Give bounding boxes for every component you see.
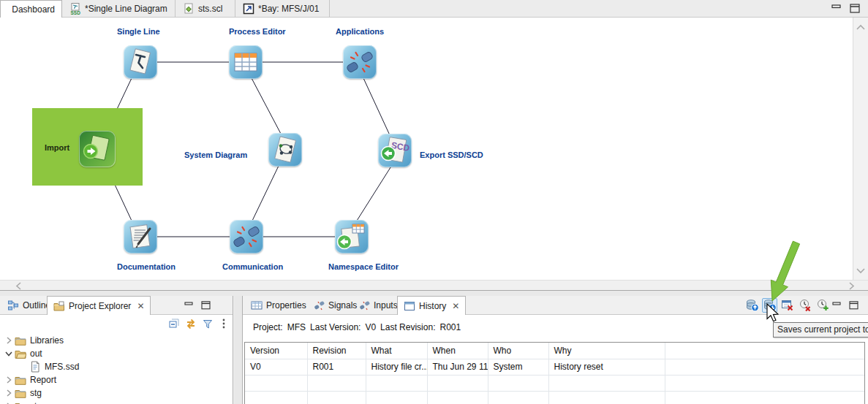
col-revision[interactable]: Revision [307,343,366,359]
node-import[interactable] [79,131,116,167]
node-export-label: Export SSD/SCD [420,150,483,159]
inputs-plug-icon [358,300,370,311]
report-delete-button[interactable] [780,298,795,313]
col-who[interactable]: Who [488,343,548,359]
close-project-explorer-icon[interactable]: ✕ [137,301,144,311]
maximize-right-panel-button[interactable] [849,301,859,310]
applications-plug-icon [343,45,377,79]
bottom-panels: Outline Project Explorer ✕ Libraries [0,296,868,404]
history-add-button[interactable] [815,298,830,313]
svg-text:SSD: SSD [71,10,81,15]
import-icon [79,131,116,167]
col-what[interactable]: What [366,343,427,359]
node-single-line-label: Single Line [117,27,160,36]
editor-vertical-scrollbar[interactable] [853,18,868,280]
tab-sts-scl[interactable]: sts.scl [176,0,235,18]
history-row[interactable]: V0 R001 History file cr... Thu Jun 29 11… [245,359,864,375]
cell-why: History reset [548,359,665,375]
left-panel-tabbar: Outline Project Explorer ✕ [0,296,233,315]
node-namespace-editor[interactable] [335,220,369,254]
filter-icon[interactable] [202,318,214,329]
minimize-editor-button[interactable] [831,3,842,15]
scl-file-icon [183,3,195,15]
link-with-editor-icon[interactable] [185,318,197,329]
node-communication-label: Communication [222,262,283,271]
scroll-up-icon[interactable] [853,22,868,34]
expand-collapsed-icon[interactable] [3,387,15,399]
tree-item-sts[interactable]: sts [0,400,233,404]
signals-plug-icon [313,300,325,311]
tree-item-report[interactable]: Report [0,373,233,386]
outline-icon [7,300,19,311]
maximize-left-panel-button[interactable] [201,301,211,310]
tab-project-explorer[interactable]: Project Explorer ✕ [47,296,151,315]
tab-project-explorer-label: Project Explorer [69,301,131,311]
editor-horizontal-scrollbar[interactable] [0,280,868,290]
tab-bay-mfs-label: *Bay: MFS/J/01 [258,4,319,14]
node-export[interactable]: SCD [378,134,412,167]
history-icon [404,300,415,312]
expand-expanded-icon[interactable] [3,348,15,359]
cell-version: V0 [245,359,307,375]
dashboard-icon [7,4,8,15]
tab-sts-scl-label: sts.scl [198,4,222,14]
tree-item-libraries[interactable]: Libraries [0,334,233,347]
col-version[interactable]: Version [245,343,307,359]
cell-who: System [488,359,548,375]
close-history-icon[interactable]: ✕ [452,301,459,311]
tab-single-line-diagram[interactable]: SSD *Single Line Diagram [63,0,176,18]
tree-item-stg[interactable]: stg [0,386,233,400]
minimize-left-panel-button[interactable] [184,301,195,310]
explorer-toolbar [0,315,233,332]
tab-inputs[interactable]: Inputs [352,296,404,315]
communication-plug-icon [230,220,263,254]
last-revision-label: Last Revision: [380,322,435,332]
history-clear-button[interactable] [797,298,812,313]
dashboard-canvas: Import Single Line Process Editor Applic… [0,18,853,280]
expand-collapsed-icon[interactable] [3,374,15,386]
collapse-all-icon[interactable] [168,318,180,329]
last-version-label: Last Version: [310,322,361,332]
single-line-icon [124,45,157,79]
minimize-right-panel-button[interactable] [832,301,842,310]
vertical-sash[interactable] [234,296,242,404]
folder-icon [15,335,26,346]
bay-editor-icon [243,3,254,15]
node-system-diagram[interactable] [268,133,302,167]
tree-item-out[interactable]: out [0,347,233,360]
database-upload-icon [746,299,759,312]
tab-history[interactable]: History ✕ [397,296,466,315]
node-applications[interactable] [343,45,377,79]
application-window: { "editor_tabs": [ { "label": "Dashboard… [0,0,868,404]
node-single-line[interactable] [124,45,157,79]
col-why[interactable]: Why [548,343,665,359]
tab-bay-mfs[interactable]: *Bay: MFS/J/01 [236,0,330,18]
tree-item-mfs-ssd[interactable]: MFS.ssd [0,360,233,373]
node-communication[interactable] [230,220,263,254]
history-clear-icon [799,299,812,312]
node-documentation-label: Documentation [117,262,176,271]
expand-collapsed-icon[interactable] [3,335,15,346]
maximize-editor-button[interactable] [849,3,861,15]
project-explorer-icon [53,300,65,312]
tab-properties[interactable]: Properties [245,296,312,315]
tree-item-label: Report [30,375,56,385]
history-add-icon [816,299,829,312]
node-import-label: Import [45,143,69,152]
col-when[interactable]: When [427,343,488,359]
node-namespace-editor-label: Namespace Editor [328,262,399,271]
tree-item-label: sts [30,401,41,404]
expand-collapsed-icon[interactable] [3,400,15,404]
tab-dashboard[interactable]: Dashboard [0,0,62,18]
cell-what: History file cr... [366,359,427,375]
view-menu-icon[interactable] [218,318,230,329]
node-process-editor[interactable] [229,45,263,79]
scroll-down-icon[interactable] [853,264,868,276]
save-project-button[interactable] [762,298,777,313]
history-table: Version Revision What When Who Why V0 R0… [244,342,865,404]
node-documentation[interactable] [124,220,157,254]
horizontal-sash[interactable] [0,290,868,296]
folder-icon [15,374,26,386]
database-upload-button[interactable] [744,298,760,313]
tab-dashboard-label: Dashboard [12,4,55,15]
